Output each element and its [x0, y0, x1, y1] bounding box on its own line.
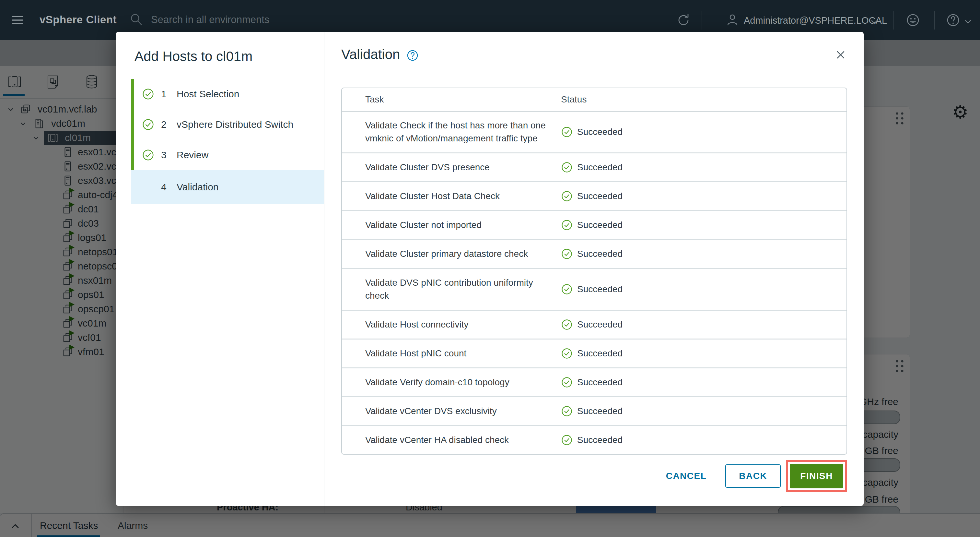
step-complete-check-icon	[142, 149, 154, 161]
succeeded-check-icon	[561, 190, 573, 202]
succeeded-check-icon	[561, 284, 573, 295]
table-header: Task Status	[342, 88, 846, 112]
app-title: vSphere Client	[40, 14, 117, 26]
vsphere-client-screen: vc01m.vcf.labvdc01mcl01mesx01.vcfesx02.v…	[0, 0, 980, 537]
status-cell: Succeeded	[561, 161, 622, 173]
table-row: Validate DVS pNIC contribution uniformit…	[342, 269, 846, 311]
table-row: Validate Host connectivitySucceeded	[342, 311, 846, 339]
refresh-icon[interactable]	[676, 12, 691, 28]
step-label: Review	[177, 150, 208, 161]
finish-button[interactable]: FINISH	[790, 464, 843, 488]
wizard-step-vsphere-distributed-switch[interactable]: 2vSphere Distributed Switch	[131, 109, 324, 140]
status-value: Succeeded	[577, 191, 622, 201]
task-cell: Validate vCenter DVS exclusivity	[365, 405, 548, 417]
step-label: Validation	[177, 182, 219, 193]
succeeded-check-icon	[561, 347, 573, 359]
status-cell: Succeeded	[561, 434, 622, 446]
succeeded-check-icon	[561, 219, 573, 231]
step-number: 3	[161, 150, 167, 161]
table-body: Validate Check if the host has more than…	[342, 112, 846, 454]
wizard-title: Add Hosts to cl01m	[135, 49, 253, 64]
chevron-down-icon	[869, 17, 880, 27]
status-value: Succeeded	[577, 406, 622, 416]
status-cell: Succeeded	[561, 248, 622, 260]
search-placeholder: Search in all environments	[151, 14, 269, 25]
table-row: Validate Host pNIC countSucceeded	[342, 339, 846, 368]
step-label: Host Selection	[177, 89, 239, 100]
table-row: Validate vCenter DVS exclusivitySucceede…	[342, 397, 846, 426]
status-cell: Succeeded	[561, 190, 622, 202]
wizard-step-review[interactable]: 3Review	[131, 140, 324, 170]
wizard-buttons: CANCEL BACK FINISH	[664, 460, 847, 492]
status-value: Succeeded	[577, 319, 622, 330]
table-row: Validate Cluster not importedSucceeded	[342, 211, 846, 240]
wizard-step-host-selection[interactable]: 1Host Selection	[131, 79, 324, 109]
succeeded-check-icon	[561, 319, 573, 330]
help-icon[interactable]	[406, 49, 419, 62]
status-cell: Succeeded	[561, 126, 622, 138]
task-cell: Validate Cluster DVS presence	[365, 161, 548, 174]
succeeded-check-icon	[561, 434, 573, 446]
step-number: 2	[161, 119, 167, 130]
task-cell: Validate Host pNIC count	[365, 347, 548, 360]
task-cell: Validate Verify domain-c10 topology	[365, 376, 548, 389]
topbar-divider	[934, 11, 935, 30]
cancel-button[interactable]: CANCEL	[664, 470, 709, 481]
wizard-step-panel: Add Hosts to cl01m 1Host Selection2vSphe…	[116, 32, 324, 506]
status-value: Succeeded	[577, 220, 622, 230]
validation-panel: Validation Task Status Validate Check if…	[324, 32, 864, 506]
status-value: Succeeded	[577, 162, 622, 172]
table-row: Validate Cluster Host Data CheckSucceede…	[342, 182, 846, 211]
panel-title: Validation	[341, 47, 400, 62]
topbar-divider	[894, 11, 894, 30]
succeeded-check-icon	[561, 248, 573, 260]
back-button[interactable]: BACK	[725, 464, 781, 488]
task-cell: Validate Cluster not imported	[365, 218, 548, 231]
close-icon[interactable]	[835, 49, 846, 60]
table-row: Validate Cluster primary datastore check…	[342, 240, 846, 269]
table-row: Validate Verify domain-c10 topologySucce…	[342, 368, 846, 397]
validation-table: Task Status Validate Check if the host h…	[341, 88, 847, 455]
task-cell: Validate Cluster Host Data Check	[365, 190, 548, 203]
status-cell: Succeeded	[561, 405, 622, 417]
task-cell: Validate vCenter HA disabled check	[365, 433, 548, 446]
task-cell: Validate Check if the host has more than…	[365, 119, 548, 145]
task-cell: Validate Cluster primary datastore check	[365, 247, 548, 260]
feedback-smiley-icon[interactable]	[905, 12, 921, 28]
status-cell: Succeeded	[561, 376, 622, 388]
table-row: Validate vCenter HA disabled checkSuccee…	[342, 426, 846, 454]
status-cell: Succeeded	[561, 347, 622, 359]
status-value: Succeeded	[577, 377, 622, 387]
global-search[interactable]: Search in all environments	[129, 12, 269, 27]
chevron-down-icon	[963, 17, 973, 27]
table-row: Validate Check if the host has more than…	[342, 112, 846, 153]
column-header-status: Status	[561, 94, 587, 105]
task-cell: Validate Host connectivity	[365, 318, 548, 331]
status-value: Succeeded	[577, 284, 622, 295]
status-cell: Succeeded	[561, 284, 622, 295]
wizard-step-validation[interactable]: 4Validation	[131, 170, 324, 204]
status-value: Succeeded	[577, 127, 622, 137]
column-header-task: Task	[342, 94, 561, 105]
status-value: Succeeded	[577, 435, 622, 445]
search-icon	[129, 12, 144, 27]
user-menu[interactable]: Administrator@VSPHERE.LOCAL	[744, 15, 887, 26]
task-cell: Validate DVS pNIC contribution uniformit…	[365, 276, 548, 302]
wizard-steps: 1Host Selection2vSphere Distributed Swit…	[131, 79, 324, 204]
succeeded-check-icon	[561, 405, 573, 417]
status-cell: Succeeded	[561, 319, 622, 330]
add-hosts-wizard-modal: Add Hosts to cl01m 1Host Selection2vSphe…	[116, 32, 864, 506]
finish-annotation-highlight: FINISH	[786, 460, 847, 492]
succeeded-check-icon	[561, 161, 573, 173]
succeeded-check-icon	[561, 376, 573, 388]
step-number: 1	[161, 89, 167, 100]
step-complete-check-icon	[142, 88, 154, 100]
user-icon	[725, 13, 740, 27]
status-cell: Succeeded	[561, 219, 622, 231]
topbar-divider	[702, 11, 702, 30]
hamburger-menu-icon[interactable]	[10, 12, 25, 28]
help-menu-icon[interactable]	[945, 12, 961, 28]
status-value: Succeeded	[577, 348, 622, 359]
status-value: Succeeded	[577, 249, 622, 259]
step-complete-check-icon	[142, 118, 154, 131]
